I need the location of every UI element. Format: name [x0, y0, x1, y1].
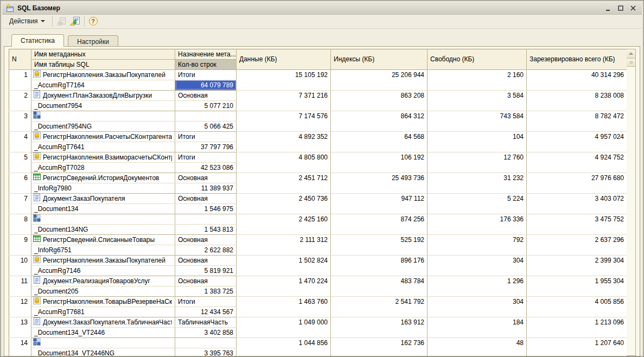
cell-purpose[interactable]: Итоги — [175, 131, 237, 142]
cell-row-number[interactable]: 13 — [9, 317, 31, 337]
cell-free-kb[interactable]: 2 160 — [428, 69, 527, 90]
cell-row-count[interactable]: 1 383 725 — [175, 286, 237, 296]
cell-row-number[interactable]: 7 — [9, 193, 31, 214]
cell-sql-table-name[interactable]: _Document7954NG — [31, 121, 175, 131]
cell-free-kb[interactable]: 12 760 — [428, 152, 527, 173]
cell-reserved-kb[interactable]: 27 976 680 — [527, 173, 627, 193]
cell-index-kb[interactable]: 874 256 — [331, 214, 428, 234]
cell-metadata-name[interactable]: Документ.ЗаказПокупателя.ТабличнаяЧаст..… — [31, 317, 175, 327]
cell-free-kb[interactable]: 104 — [428, 131, 527, 152]
cell-free-kb[interactable]: 304 — [428, 255, 527, 276]
maximize-button[interactable] — [617, 4, 624, 11]
cell-row-number[interactable]: 1 — [9, 69, 31, 90]
cell-reserved-kb[interactable]: 2 399 304 — [527, 255, 627, 276]
cell-purpose[interactable]: Основная — [175, 234, 237, 245]
cell-purpose[interactable]: Основная — [175, 193, 237, 203]
tab-statistics[interactable]: Статистика — [11, 34, 64, 47]
cell-sql-table-name[interactable]: _Document134 — [31, 203, 175, 214]
cell-data-kb[interactable]: 2 451 712 — [237, 173, 331, 193]
cell-row-count[interactable]: 1 543 813 — [175, 224, 237, 234]
cell-free-kb[interactable]: 31 232 — [428, 173, 527, 193]
cell-row-count[interactable]: 3 395 763 — [175, 348, 237, 356]
cell-index-kb[interactable]: 864 312 — [331, 111, 428, 131]
cell-reserved-kb[interactable]: 4 924 752 — [527, 152, 627, 173]
cell-index-kb[interactable]: 2 541 792 — [331, 296, 428, 317]
restore-settings-button[interactable] — [55, 15, 68, 27]
cell-sql-table-name[interactable]: _Document7954 — [31, 100, 175, 111]
cell-purpose[interactable] — [175, 337, 237, 348]
cell-metadata-name[interactable]: РегистрНакопления.ТоварыВРезервеНаСкл... — [31, 296, 175, 307]
cell-row-number[interactable]: 4 — [9, 131, 31, 152]
cell-row-number[interactable]: 14 — [9, 337, 31, 356]
cell-data-kb[interactable]: 1 463 760 — [237, 296, 331, 317]
cell-sql-table-name[interactable]: _Document134_VT2446 — [31, 327, 175, 337]
cell-data-kb[interactable]: 7 174 576 — [237, 111, 331, 131]
export-to-table-button[interactable] — [68, 15, 81, 27]
cell-metadata-name[interactable] — [31, 111, 175, 121]
cell-data-kb[interactable]: 1 470 224 — [237, 276, 331, 296]
cell-index-kb[interactable]: 863 208 — [331, 90, 428, 111]
cell-row-count[interactable]: 5 066 425 — [175, 121, 237, 131]
cell-metadata-name[interactable]: РегистрСведений.ИсторияДокументов — [31, 173, 175, 183]
cell-free-kb[interactable]: 792 — [428, 234, 527, 255]
cell-metadata-name[interactable]: РегистрНакопления.ЗаказыПокупателей — [31, 69, 175, 80]
cell-free-kb[interactable]: 3 584 — [428, 90, 527, 111]
cell-metadata-name[interactable]: Документ.ЗаказПокупателя — [31, 193, 175, 203]
cell-free-kb[interactable]: 176 336 — [428, 214, 527, 234]
scrollbar-thumb[interactable] — [627, 59, 635, 67]
cell-sql-table-name[interactable]: _InfoRg6751 — [31, 245, 175, 255]
cell-index-kb[interactable]: 64 568 — [331, 131, 428, 152]
cell-metadata-name[interactable] — [31, 337, 175, 348]
scrollbar-up-button[interactable] — [627, 49, 635, 59]
actions-menu-button[interactable]: Действия — [5, 15, 49, 27]
cell-data-kb[interactable]: 2 425 160 — [237, 214, 331, 234]
cell-row-count[interactable]: 3 402 858 — [175, 327, 237, 337]
cell-data-kb[interactable]: 4 805 800 — [237, 152, 331, 173]
cell-row-count[interactable]: 37 797 796 — [175, 142, 237, 152]
cell-reserved-kb[interactable]: 1 207 640 — [527, 337, 627, 356]
cell-row-count[interactable]: 2 622 882 — [175, 245, 237, 255]
cell-row-count[interactable]: 5 077 210 — [175, 100, 237, 111]
cell-row-number[interactable]: 6 — [9, 173, 31, 193]
cell-metadata-name[interactable]: РегистрСведений.СписанныеТовары — [31, 234, 175, 245]
cell-metadata-name[interactable]: РегистрНакопления.ЗаказыПокупателей — [31, 255, 175, 265]
cell-purpose[interactable]: Основная — [175, 276, 237, 286]
cell-index-kb[interactable]: 106 192 — [331, 152, 428, 173]
cell-free-kb[interactable]: 1 296 — [428, 276, 527, 296]
cell-index-kb[interactable]: 25 206 944 — [331, 69, 428, 90]
close-button[interactable] — [629, 4, 636, 11]
cell-metadata-name[interactable]: Документ.РеализацияТоваровУслуг — [31, 276, 175, 286]
cell-index-kb[interactable]: 525 192 — [331, 234, 428, 255]
cell-index-kb[interactable]: 896 176 — [331, 255, 428, 276]
cell-row-number[interactable]: 5 — [9, 152, 31, 173]
cell-row-number[interactable]: 8 — [9, 214, 31, 234]
cell-purpose[interactable]: Итоги — [175, 152, 237, 162]
cell-index-kb[interactable]: 162 736 — [331, 337, 428, 356]
cell-row-count[interactable]: 64 079 789 — [175, 80, 237, 90]
vertical-scrollbar[interactable] — [627, 49, 636, 356]
cell-free-kb[interactable]: 184 — [428, 317, 527, 337]
cell-reserved-kb[interactable]: 3 403 072 — [527, 193, 627, 214]
cell-purpose[interactable] — [175, 111, 237, 121]
cell-row-count[interactable]: 11 389 937 — [175, 183, 237, 193]
cell-metadata-name[interactable]: РегистрНакопления.РасчетыСКонтрагентами — [31, 131, 175, 142]
cell-sql-table-name[interactable]: _AccumRgT7641 — [31, 142, 175, 152]
cell-index-kb[interactable]: 163 912 — [331, 317, 428, 337]
cell-sql-table-name[interactable]: _Document134_VT2446NG — [31, 348, 175, 356]
cell-purpose[interactable]: Итоги — [175, 69, 237, 80]
cell-sql-table-name[interactable]: _InfoRg7980 — [31, 183, 175, 193]
cell-row-count[interactable]: 1 546 975 — [175, 203, 237, 214]
cell-free-kb[interactable]: 5 224 — [428, 193, 527, 214]
cell-row-number[interactable]: 3 — [9, 111, 31, 131]
cell-reserved-kb[interactable]: 4 005 856 — [527, 296, 627, 317]
cell-row-count[interactable]: 5 819 921 — [175, 265, 237, 276]
cell-data-kb[interactable]: 2 111 312 — [237, 234, 331, 255]
cell-free-kb[interactable]: 48 — [428, 337, 527, 356]
cell-reserved-kb[interactable]: 2 637 296 — [527, 234, 627, 255]
cell-data-kb[interactable]: 7 371 216 — [237, 90, 331, 111]
minimize-button[interactable] — [604, 4, 611, 11]
cell-index-kb[interactable]: 947 112 — [331, 193, 428, 214]
cell-free-kb[interactable]: 304 — [428, 296, 527, 317]
cell-purpose[interactable] — [175, 214, 237, 224]
cell-row-number[interactable]: 11 — [9, 276, 31, 296]
